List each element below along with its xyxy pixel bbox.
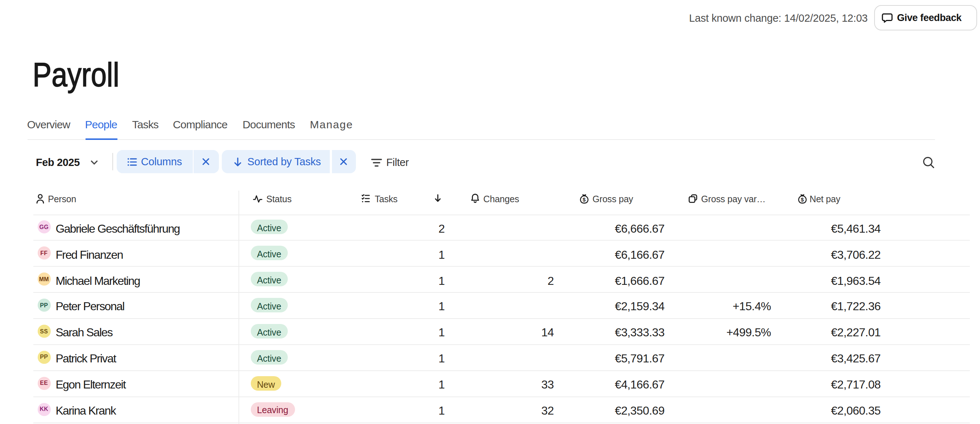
- svg-text:$: $: [801, 196, 804, 202]
- svg-text:$: $: [582, 196, 586, 202]
